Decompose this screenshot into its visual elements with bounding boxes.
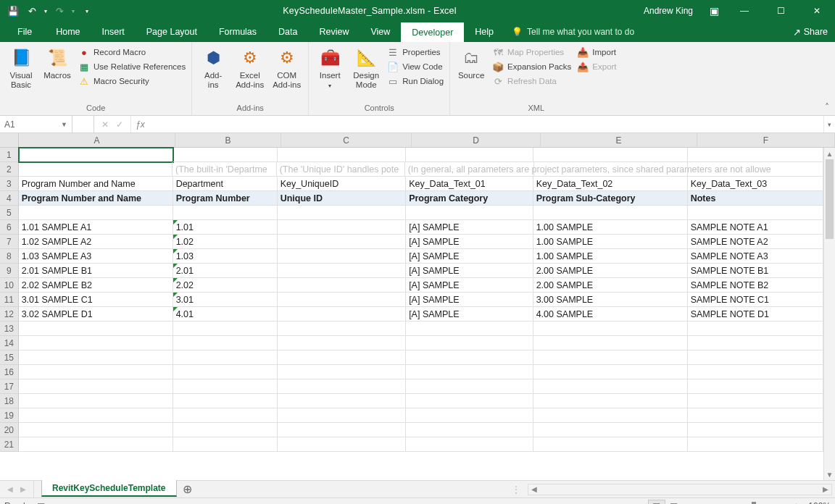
tab-formulas[interactable]: Formulas	[208, 22, 267, 42]
cell[interactable]	[406, 379, 533, 394]
cell[interactable]	[19, 206, 173, 220]
properties-button[interactable]: ☰Properties	[387, 46, 444, 58]
insert-control-button[interactable]: 🧰Insert▾	[315, 45, 345, 91]
maximize-button[interactable]: ☐	[764, 0, 797, 22]
column-header-D[interactable]: D	[412, 133, 541, 147]
cell[interactable]	[278, 365, 407, 379]
cell[interactable]: (In general, all parameters are project …	[405, 162, 534, 177]
redo-dropdown-icon[interactable]: ▾	[70, 2, 77, 20]
cell[interactable]	[688, 394, 823, 408]
cell[interactable]: 2.01 SAMPLE B1	[19, 264, 173, 278]
cell[interactable]	[278, 336, 407, 350]
macro-recorder-status-icon[interactable]: ▦	[37, 501, 45, 504]
cell[interactable]	[688, 162, 823, 177]
cell[interactable]	[278, 408, 407, 423]
row-header[interactable]: 19	[0, 408, 19, 423]
row-header[interactable]: 6	[0, 220, 19, 235]
row-header[interactable]: 5	[0, 206, 19, 220]
cell[interactable]	[19, 336, 173, 350]
fx-icon[interactable]: ƒx	[131, 116, 149, 133]
xml-export-button[interactable]: 📤Export	[577, 61, 616, 72]
sheetbar-grip-icon[interactable]: ⋮	[507, 484, 526, 495]
scroll-up-icon[interactable]: ▲	[824, 148, 835, 159]
cell[interactable]: SAMPLE NOTE A2	[688, 235, 823, 249]
cell[interactable]: 1.02 SAMPLE A2	[19, 235, 173, 249]
design-mode-button[interactable]: 📐Design Mode	[351, 45, 381, 90]
vertical-scrollbar[interactable]: ▲ ▼	[823, 148, 835, 480]
cancel-formula-icon[interactable]: ✕	[101, 119, 109, 130]
tab-help[interactable]: Help	[464, 22, 504, 42]
cell[interactable]	[278, 293, 407, 307]
cell[interactable]: 3.01	[173, 293, 278, 307]
tab-home[interactable]: Home	[45, 22, 91, 42]
cell[interactable]	[173, 336, 278, 350]
cell[interactable]	[173, 350, 278, 365]
account-user[interactable]: Andrew King	[644, 6, 693, 16]
cell[interactable]: 1.00 SAMPLE	[533, 249, 688, 264]
cell[interactable]	[278, 379, 407, 394]
xml-source-button[interactable]: 🗂Source	[456, 45, 486, 80]
cell[interactable]	[278, 437, 407, 452]
cell[interactable]	[688, 322, 823, 336]
cell[interactable]: 4.00 SAMPLE	[533, 307, 688, 322]
row-header[interactable]: 3	[0, 177, 19, 191]
cell[interactable]: Program Number and Name	[19, 191, 173, 206]
cell[interactable]	[173, 206, 278, 220]
relative-references-button[interactable]: ▦Use Relative References	[78, 61, 186, 72]
cell[interactable]	[278, 423, 407, 437]
tell-me-search[interactable]: 💡 Tell me what you want to do	[504, 22, 641, 42]
cell[interactable]: 3.02 SAMPLE D1	[19, 307, 173, 322]
cell[interactable]: 1.02	[173, 235, 278, 249]
cell[interactable]	[278, 278, 407, 293]
addins-button[interactable]: ⬢Add- ins	[198, 45, 228, 90]
cell[interactable]: 2.02	[173, 278, 278, 293]
formula-bar-expand-icon[interactable]: ▾	[823, 116, 835, 133]
tab-data[interactable]: Data	[267, 22, 308, 42]
cell[interactable]	[173, 423, 278, 437]
minimize-button[interactable]: —	[728, 0, 761, 22]
share-button[interactable]: ↗ Share	[786, 22, 835, 42]
refresh-data-button[interactable]: ⟳Refresh Data	[492, 75, 571, 87]
cell[interactable]: [A] SAMPLE	[406, 278, 533, 293]
row-header[interactable]: 14	[0, 336, 19, 350]
view-code-button[interactable]: 📄View Code	[387, 61, 444, 72]
macros-button[interactable]: 📜 Macros	[42, 45, 72, 80]
tab-insert[interactable]: Insert	[91, 22, 136, 42]
row-header[interactable]: 15	[0, 350, 19, 365]
save-icon[interactable]: 💾	[4, 2, 22, 20]
formula-input[interactable]	[149, 116, 823, 133]
cell[interactable]: Key_Data_Text_01	[406, 177, 533, 191]
cell[interactable]	[19, 423, 173, 437]
macro-security-button[interactable]: ⚠Macro Security	[78, 75, 186, 87]
cell[interactable]	[19, 350, 173, 365]
cell[interactable]	[19, 437, 173, 452]
cell[interactable]	[406, 322, 533, 336]
cell[interactable]: Key_Data_Text_02	[533, 177, 688, 191]
cell[interactable]: (The built-in 'Departme	[173, 162, 277, 177]
cell[interactable]	[173, 148, 278, 162]
name-box[interactable]: A1 ▼	[0, 116, 72, 133]
cell[interactable]	[278, 264, 407, 278]
zoom-percentage[interactable]: 100%	[803, 501, 831, 504]
row-header[interactable]: 12	[0, 307, 19, 322]
horizontal-scrollbar[interactable]: ◀ ▶	[528, 484, 832, 495]
cell[interactable]: [A] SAMPLE	[406, 235, 533, 249]
cell[interactable]: SAMPLE NOTE B2	[688, 278, 823, 293]
cell[interactable]: 1.01 SAMPLE A1	[19, 220, 173, 235]
vertical-scroll-thumb[interactable]	[826, 159, 834, 239]
cell[interactable]	[19, 322, 173, 336]
cell[interactable]: [A] SAMPLE	[406, 293, 533, 307]
cell[interactable]	[278, 220, 407, 235]
cell[interactable]	[406, 336, 533, 350]
cell[interactable]	[533, 336, 688, 350]
row-header[interactable]: 20	[0, 423, 19, 437]
page-layout-view-button[interactable]: ▤	[665, 500, 683, 504]
row-header[interactable]: 21	[0, 437, 19, 452]
cell[interactable]	[533, 379, 688, 394]
cell[interactable]: Key_UniqueID	[278, 177, 407, 191]
cell[interactable]	[688, 408, 823, 423]
sheet-prev-icon[interactable]: ◀	[7, 485, 13, 493]
select-all-corner[interactable]	[0, 133, 19, 147]
xml-import-button[interactable]: 📥Import	[577, 46, 616, 58]
cell[interactable]: SAMPLE NOTE D1	[688, 307, 823, 322]
